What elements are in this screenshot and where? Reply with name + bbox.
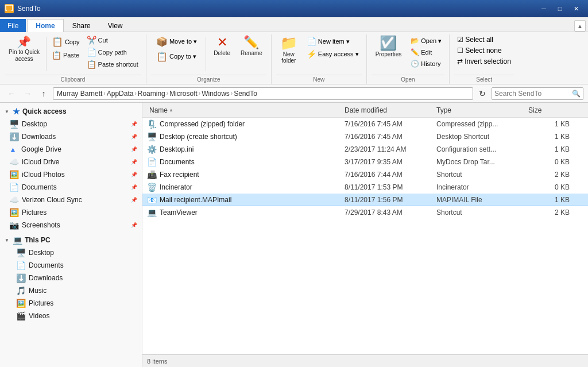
cut-button[interactable]: ✂️ Cut bbox=[84, 34, 141, 46]
move-to-button[interactable]: 📦 Move to ▾ bbox=[151, 34, 202, 49]
sidebar-item-desktop-qa[interactable]: 🖥️ Desktop 📌 bbox=[0, 118, 142, 130]
file-row-1[interactable]: 🖥️ Desktop (create shortcut) 7/16/2016 7… bbox=[142, 130, 588, 143]
col-header-size[interactable]: Size bbox=[526, 106, 572, 114]
this-pc-icon: 💻 bbox=[13, 235, 22, 245]
file-row-3[interactable]: 📄 Documents 3/17/2017 9:35 AM MyDocs Dro… bbox=[142, 156, 588, 168]
sidebar-item-pictures-pc[interactable]: 🖼️ Pictures bbox=[0, 297, 142, 310]
col-header-date[interactable]: Date modified bbox=[342, 106, 434, 114]
svg-rect-0 bbox=[6, 5, 13, 10]
paste-button[interactable]: 📋 Paste bbox=[49, 49, 83, 61]
easy-access-button[interactable]: ⚡ Easy access ▾ bbox=[304, 48, 362, 60]
history-button[interactable]: 🕒 History bbox=[408, 59, 444, 69]
sidebar-item-documents-pc[interactable]: 📄 Documents bbox=[0, 259, 142, 272]
refresh-button[interactable]: ↻ bbox=[475, 87, 489, 101]
sidebar-item-pictures-qa[interactable]: 🖼️ Pictures bbox=[0, 206, 142, 219]
rename-button[interactable]: ✏️ Rename bbox=[237, 34, 266, 58]
file-icon-2: ⚙️ bbox=[147, 145, 157, 154]
search-input[interactable] bbox=[494, 90, 572, 98]
open-label: Open ▾ bbox=[421, 37, 442, 45]
history-icon: 🕒 bbox=[411, 60, 419, 68]
file-row-2[interactable]: ⚙️ Desktop.ini 2/23/2017 11:24 AM Config… bbox=[142, 143, 588, 156]
pin-indicator-4: 📌 bbox=[131, 159, 137, 165]
address-path[interactable]: Murray Barnett › AppData › Roaming › Mic… bbox=[53, 87, 473, 100]
file-type-0: Compressed (zipp... bbox=[434, 120, 526, 128]
maximize-button[interactable]: □ bbox=[552, 3, 567, 14]
select-none-button[interactable]: ☐ Select none bbox=[454, 45, 504, 56]
sidebar-item-desktop-pc[interactable]: 🖥️ Desktop bbox=[0, 246, 142, 259]
copy-to-button[interactable]: 📋 Copy to ▾ bbox=[151, 49, 202, 64]
quick-access-section: ▼ ★ Quick access 🖥️ Desktop 📌 ⬇️ Downloa… bbox=[0, 105, 142, 231]
documents-pc-icon: 📄 bbox=[16, 261, 26, 270]
ribbon-collapse-button[interactable]: ▲ bbox=[574, 20, 586, 32]
pin-to-quick-access-button[interactable]: 📌 Pin to Quick access bbox=[5, 34, 44, 64]
pin-indicator-5: 📌 bbox=[131, 172, 137, 177]
col-header-name[interactable]: Name ▲ bbox=[147, 106, 342, 114]
sidebar-item-verizon[interactable]: ☁️ Verizon Cloud Sync 📌 bbox=[0, 194, 142, 206]
open-button[interactable]: 📂 Open ▾ bbox=[408, 36, 444, 46]
back-button[interactable]: ← bbox=[5, 87, 18, 101]
icloud-photos-icon: 🖼️ bbox=[9, 170, 19, 179]
file-name-1: Desktop (create shortcut) bbox=[160, 133, 237, 141]
up-button[interactable]: ↑ bbox=[37, 87, 51, 101]
rename-label: Rename bbox=[241, 50, 262, 56]
ribbon-group-open: ☑️ Properties 📂 Open ▾ ✏️ Edit bbox=[367, 34, 450, 84]
file-type-2: Configuration sett... bbox=[434, 145, 526, 153]
ribbon-group-select: ☑ Select all ☐ Select none ⇄ Invert sele… bbox=[450, 34, 519, 84]
sidebar-item-music[interactable]: 🎵 Music bbox=[0, 284, 142, 297]
properties-button[interactable]: ☑️ Properties bbox=[372, 34, 406, 59]
sidebar-item-screenshots[interactable]: 📷 Screenshots 📌 bbox=[0, 219, 142, 231]
history-label: History bbox=[421, 60, 440, 67]
file-row-5[interactable]: 🗑️ Incinerator 8/11/2017 1:53 PM Inciner… bbox=[142, 181, 588, 194]
tab-home[interactable]: Home bbox=[27, 19, 63, 32]
sidebar-item-icloud-photos[interactable]: 🖼️ iCloud Photos 📌 bbox=[0, 168, 142, 181]
file-row-7[interactable]: 💻 TeamViewer 7/29/2017 8:43 AM Shortcut … bbox=[142, 206, 588, 219]
sidebar-item-google-drive[interactable]: ▲ Google Drive 📌 bbox=[0, 143, 142, 156]
forward-button[interactable]: → bbox=[21, 87, 34, 101]
videos-icon: 🎬 bbox=[16, 311, 26, 320]
new-folder-button[interactable]: 📁 Newfolder bbox=[276, 34, 301, 65]
copy-button[interactable]: 📋 Copy bbox=[49, 34, 83, 49]
properties-label: Properties bbox=[376, 51, 402, 57]
file-row-0[interactable]: 🗜️ Compressed (zipped) folder 7/16/2016 … bbox=[142, 118, 588, 130]
file-row-4[interactable]: 📠 Fax recipient 7/16/2016 7:44 AM Shortc… bbox=[142, 168, 588, 181]
new-label: New bbox=[276, 75, 362, 84]
file-size-6: 1 KB bbox=[526, 196, 572, 204]
sidebar-item-downloads-qa[interactable]: ⬇️ Downloads 📌 bbox=[0, 130, 142, 143]
file-icon-7: 💻 bbox=[147, 208, 157, 217]
new-item-label: New item ▾ bbox=[318, 38, 350, 45]
edit-button[interactable]: ✏️ Edit bbox=[408, 47, 444, 57]
cut-copy-path-col: ✂️ Cut 📄 Copy path 📋 Paste shortcut bbox=[84, 34, 141, 70]
close-button[interactable]: ✕ bbox=[568, 3, 583, 14]
sidebar-item-videos[interactable]: 🎬 Videos bbox=[0, 310, 142, 322]
select-all-button[interactable]: ☑ Select all bbox=[454, 34, 496, 45]
copy-paste-col: 📋 Copy 📋 Paste bbox=[49, 34, 83, 61]
file-type-1: Desktop Shortcut bbox=[434, 133, 526, 141]
sidebar-item-documents-qa[interactable]: 📄 Documents 📌 bbox=[0, 181, 142, 194]
this-pc-header[interactable]: ▼ 💻 This PC bbox=[0, 234, 142, 246]
minimize-button[interactable]: ─ bbox=[536, 3, 551, 14]
title-bar-controls: ─ □ ✕ bbox=[536, 3, 583, 14]
paste-shortcut-button[interactable]: 📋 Paste shortcut bbox=[84, 59, 141, 70]
tab-share[interactable]: Share bbox=[64, 19, 99, 32]
organize-label: Organize bbox=[151, 75, 266, 84]
file-icon-6: 📧 bbox=[147, 195, 157, 204]
new-item-button[interactable]: 📄 New item ▾ bbox=[304, 36, 362, 47]
col-header-type[interactable]: Type bbox=[434, 106, 526, 114]
sidebar-item-downloads-pc[interactable]: ⬇️ Downloads bbox=[0, 272, 142, 284]
invert-selection-button[interactable]: ⇄ Invert selection bbox=[454, 56, 514, 67]
sidebar-item-icloud-drive[interactable]: ☁️ iCloud Drive 📌 bbox=[0, 156, 142, 168]
copy-path-button[interactable]: 📄 Copy path bbox=[84, 47, 141, 58]
search-icon: 🔍 bbox=[572, 90, 581, 98]
quick-access-header[interactable]: ▼ ★ Quick access bbox=[0, 105, 142, 118]
tab-view[interactable]: View bbox=[99, 19, 131, 32]
main-area: ▼ ★ Quick access 🖥️ Desktop 📌 ⬇️ Downloa… bbox=[0, 103, 588, 367]
this-pc-expand-icon: ▼ bbox=[5, 238, 9, 243]
file-size-7: 2 KB bbox=[526, 208, 572, 217]
open-icon: 📂 bbox=[411, 37, 419, 45]
file-row-6[interactable]: 📧 Mail recipient.MAPImail 8/11/2017 1:56… bbox=[142, 194, 588, 206]
ribbon-collapse-area: ▲ bbox=[574, 20, 588, 32]
file-date-0: 7/16/2016 7:45 AM bbox=[342, 120, 434, 128]
new-content: 📁 Newfolder 📄 New item ▾ ⚡ Easy access ▾ bbox=[276, 34, 362, 74]
delete-button[interactable]: ✕ Delete bbox=[210, 34, 234, 58]
tab-file[interactable]: File bbox=[0, 19, 26, 32]
